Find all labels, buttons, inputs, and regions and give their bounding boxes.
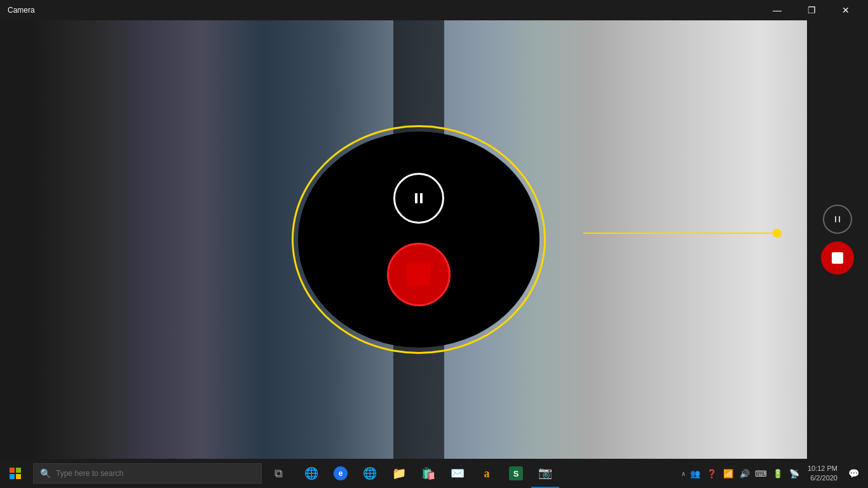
stop-icon: [832, 252, 843, 264]
taskbar-app-edge-legacy[interactable]: e: [327, 459, 355, 488]
tray-overflow-button[interactable]: ∧: [681, 470, 686, 477]
taskbar-app-edge[interactable]: 🌐: [297, 459, 325, 488]
svg-rect-4: [10, 474, 15, 479]
window-title: Camera: [8, 6, 35, 15]
volume-icon[interactable]: 🔊: [738, 466, 752, 481]
taskbar-app-camera[interactable]: 📷: [531, 459, 559, 488]
window-controls: — ❐ ✕: [763, 0, 860, 20]
clock[interactable]: 10:12 PM 6/2/2020: [804, 464, 841, 484]
taskbar-app-amazon[interactable]: a: [473, 459, 501, 488]
help-icon[interactable]: ❓: [705, 466, 719, 481]
keyboard-icon[interactable]: ⌨: [754, 466, 768, 481]
taskbar: 🔍 ⧉ 🌐 e 🌐 📁 🛍️ ✉️: [0, 459, 868, 488]
stop-button[interactable]: [821, 241, 854, 274]
taskbar-app-file-explorer[interactable]: 📁: [385, 459, 413, 488]
pause-button[interactable]: [823, 205, 852, 234]
taskbar-apps: 🌐 e 🌐 📁 🛍️ ✉️ a S: [297, 459, 559, 488]
windows-logo-icon: [10, 468, 21, 479]
taskbar-app-unknown[interactable]: S: [502, 459, 530, 488]
search-input[interactable]: [56, 469, 255, 478]
svg-rect-5: [16, 474, 21, 479]
svg-rect-3: [16, 468, 21, 473]
taskbar-app-mail[interactable]: ✉️: [444, 459, 471, 488]
stop-square-icon: [407, 263, 430, 286]
notification-button[interactable]: 💬: [844, 459, 863, 488]
svg-rect-2: [10, 468, 15, 473]
search-bar[interactable]: 🔍: [33, 463, 262, 484]
zoom-stop-button[interactable]: [387, 243, 451, 306]
battery-icon[interactable]: 🔋: [771, 466, 785, 481]
search-icon: 🔍: [40, 468, 51, 478]
start-button[interactable]: [0, 459, 31, 488]
clock-date: 6/2/2020: [808, 473, 837, 483]
taskbar-app-store[interactable]: 🛍️: [414, 459, 442, 488]
taskbar-app-ie[interactable]: 🌐: [356, 459, 384, 488]
clock-time: 10:12 PM: [808, 464, 837, 473]
zoom-overlay: [298, 132, 539, 348]
title-bar: Camera — ❐ ✕: [0, 0, 868, 20]
task-view-button[interactable]: ⧉: [264, 459, 292, 488]
people-icon[interactable]: 👥: [688, 466, 702, 481]
minimize-button[interactable]: —: [763, 0, 792, 20]
zoom-pause-button[interactable]: [393, 173, 444, 224]
close-button[interactable]: ✕: [831, 0, 860, 20]
right-control-panel: [807, 20, 868, 459]
camera-viewport: [31, 20, 807, 459]
network-icon2[interactable]: 📡: [787, 466, 801, 481]
network-icon[interactable]: 📶: [721, 466, 735, 481]
system-tray: ∧ 👥 ❓ 📶 🔊 ⌨ 🔋 📡 10:12 PM 6/2/2020 💬: [681, 459, 868, 488]
maximize-button[interactable]: ❐: [797, 0, 826, 20]
